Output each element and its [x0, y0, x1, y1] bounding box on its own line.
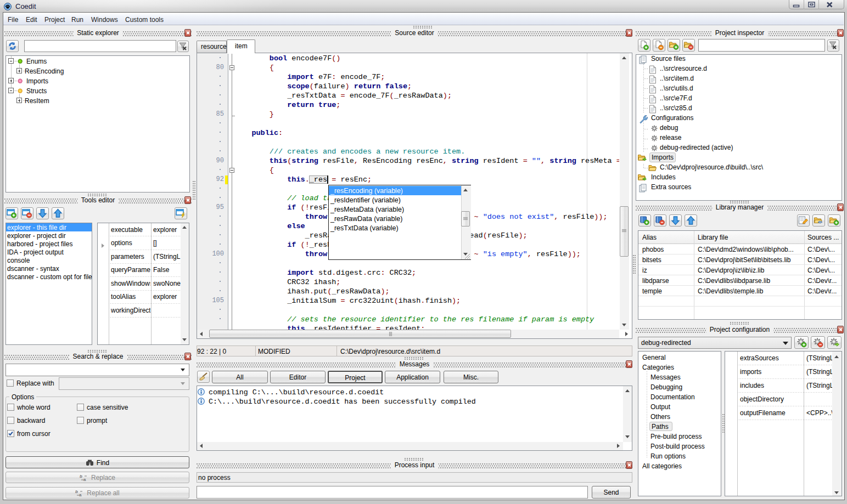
svg-text:a: a — [79, 492, 82, 497]
svg-text:b: b — [75, 489, 78, 494]
svg-text:a: a — [83, 477, 86, 482]
svg-text:b: b — [80, 474, 82, 479]
